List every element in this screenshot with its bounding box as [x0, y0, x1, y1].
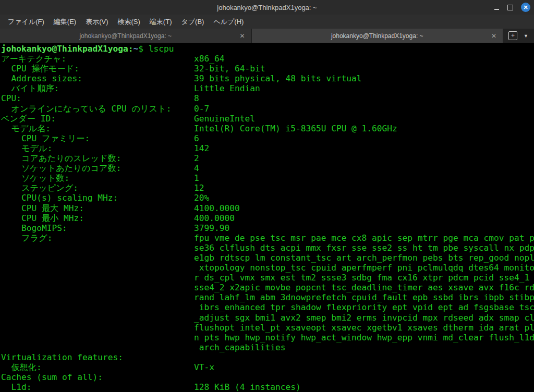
prompt-line: johokankyo@ThinkpadX1yoga:~$ lscpu: [1, 44, 534, 54]
flag-continuation: e1gb rdtscp lm constant_tsc art arch_per…: [194, 253, 534, 263]
menu-item-2[interactable]: 表示(V): [81, 15, 113, 29]
flag-continuation: n pts hwp hwp_notify hwp_act_window hwp_…: [194, 333, 534, 342]
window-title: johokankyo@ThinkpadX1yoga: ~: [0, 4, 534, 11]
line-value: 39 bits physical, 48 bits virtual: [194, 74, 362, 83]
close-button[interactable]: ✕: [521, 3, 530, 12]
terminal-line: se36 clflush dts acpi mmx fxsr sse sse2 …: [1, 243, 534, 253]
flag-continuation: flushopt intel_pt xsaveopt xsavec xgetbv…: [194, 323, 534, 333]
terminal-line: モデル:142: [1, 143, 534, 153]
maximize-button[interactable]: [507, 5, 513, 10]
terminal-line: CPU 操作モード:32-bit, 64-bit: [1, 64, 534, 74]
menu-item-0[interactable]: ファイル(F): [3, 15, 49, 29]
line-label: Address sizes:: [11, 74, 82, 83]
tab-2-label: johokankyo@ThinkpadX1yoga: ~: [252, 32, 503, 40]
line-label: コアあたりのスレッド数:: [21, 153, 122, 163]
menu-item-1[interactable]: 編集(E): [49, 15, 81, 29]
flag-continuation: se36 clflush dts acpi mmx fxsr sse sse2 …: [194, 243, 534, 253]
tab-actions: + ▼: [503, 29, 534, 43]
line-label: アーキテクチャ:: [1, 54, 66, 64]
line-label: 仮想化:: [11, 362, 41, 372]
tab-bar: johokankyo@ThinkpadX1yoga: ~ ✕ johokanky…: [0, 29, 534, 43]
line-label: CPU(s) scaling MHz:: [21, 193, 118, 203]
tab-list-dropdown-icon[interactable]: ▼: [524, 33, 528, 39]
terminal-line: CPU 最大 MHz:4100.0000: [1, 203, 534, 213]
tab-2[interactable]: johokankyo@ThinkpadX1yoga: ~ ✕: [251, 29, 503, 43]
line-value: 400.0000: [194, 213, 235, 223]
tab-1[interactable]: johokankyo@ThinkpadX1yoga: ~ ✕: [0, 29, 251, 43]
flag-continuation: arch_capabilities: [194, 342, 285, 352]
line-value: fpu vme de pse tsc msr pae mce cx8 apic …: [194, 233, 534, 243]
line-label: ステッピング:: [21, 183, 78, 193]
line-label: モデル:: [21, 143, 52, 153]
menubar: ファイル(F)編集(E)表示(V)検索(S)端末(T)タブ(B)ヘルプ(H): [0, 15, 534, 29]
terminal-line: L1d:128 KiB (4 instances): [1, 382, 534, 392]
menu-item-4[interactable]: 端末(T): [145, 15, 177, 29]
line-value: x86_64: [194, 54, 224, 64]
line-value: 4100.0000: [194, 203, 240, 213]
line-label: モデル名:: [11, 124, 51, 133]
line-label: L1d:: [11, 382, 31, 392]
line-value: 2: [194, 153, 199, 163]
terminal-line: ベンダー ID:GenuineIntel: [1, 114, 534, 124]
line-label: バイト順序:: [11, 83, 59, 93]
line-value: 20%: [194, 193, 209, 203]
terminal-line: CPU ファミリー:6: [1, 133, 534, 143]
terminal-line: 仮想化:VT-x: [1, 362, 534, 372]
line-label: Virtualization features:: [1, 352, 123, 362]
line-value: 142: [194, 143, 209, 153]
terminal-line: _adjust sgx bmi1 avx2 smep bmi2 erms inv…: [1, 313, 534, 323]
terminal-line: rand lahf_lm abm 3dnowprefetch cpuid_fau…: [1, 292, 534, 302]
terminal[interactable]: johokankyo@ThinkpadX1yoga:~$ lscpuアーキテクチ…: [0, 43, 534, 392]
terminal-line: バイト順序:Little Endian: [1, 83, 534, 93]
flag-continuation: sse4_2 x2apic movbe popcnt tsc_deadline_…: [194, 283, 534, 292]
terminal-line: ステッピング:12: [1, 183, 534, 193]
line-label: CPU:: [1, 93, 21, 103]
line-value: 0-7: [194, 104, 209, 114]
terminal-line: ibrs_enhanced tpr_shadow flexpriority ep…: [1, 302, 534, 312]
tab-1-close-icon[interactable]: ✕: [239, 29, 245, 43]
terminal-line: BogoMIPS:3799.90: [1, 223, 534, 233]
line-label: CPU 最小 MHz:: [21, 213, 84, 223]
terminal-line: sse4_2 x2apic movbe popcnt tsc_deadline_…: [1, 283, 534, 292]
line-value: Intel(R) Core(TM) i5-8365U CPU @ 1.60GHz: [194, 124, 397, 133]
terminal-line: xtopology nonstop_tsc cpuid aperfmperf p…: [1, 263, 534, 273]
line-value: Little Endian: [194, 83, 260, 93]
menu-item-6[interactable]: ヘルプ(H): [209, 15, 248, 29]
terminal-line: CPU(s) scaling MHz:20%: [1, 193, 534, 203]
line-label: オンラインになっている CPU のリスト:: [11, 104, 171, 114]
flag-continuation: rand lahf_lm abm 3dnowprefetch cpuid_fau…: [194, 292, 534, 302]
line-label: CPU 最大 MHz:: [21, 203, 84, 213]
line-value: 4: [194, 163, 199, 173]
line-value: 1: [194, 173, 199, 183]
line-label: ベンダー ID:: [1, 114, 56, 124]
flag-continuation: r ds_cpl vmx smx est tm2 ssse3 sdbg fma …: [194, 273, 529, 283]
terminal-line: Caches (sum of all):: [1, 372, 534, 382]
terminal-line: Virtualization features:: [1, 352, 534, 362]
menu-item-3[interactable]: 検索(S): [113, 15, 145, 29]
line-value: 32-bit, 64-bit: [194, 64, 265, 74]
terminal-line: アーキテクチャ:x86_64: [1, 54, 534, 64]
line-value: 128 KiB (4 instances): [194, 382, 301, 392]
terminal-line: モデル名:Intel(R) Core(TM) i5-8365U CPU @ 1.…: [1, 124, 534, 133]
terminal-line: flushopt intel_pt xsaveopt xsavec xgetbv…: [1, 323, 534, 333]
tab-2-close-icon[interactable]: ✕: [491, 29, 496, 43]
line-value: 6: [194, 133, 199, 143]
terminal-line: CPU:8: [1, 93, 534, 103]
terminal-line: e1gb rdtscp lm constant_tsc art arch_per…: [1, 253, 534, 263]
menu-item-5[interactable]: タブ(B): [176, 15, 209, 29]
tab-1-label: johokankyo@ThinkpadX1yoga: ~: [0, 32, 251, 40]
line-label: Caches (sum of all):: [1, 372, 103, 382]
terminal-line: フラグ:fpu vme de pse tsc msr pae mce cx8 a…: [1, 233, 534, 243]
terminal-line: Address sizes:39 bits physical, 48 bits …: [1, 74, 534, 83]
line-value: 12: [194, 183, 204, 193]
terminal-line: arch_capabilities: [1, 342, 534, 352]
terminal-window: johokankyo@ThinkpadX1yoga: ~ ✕ ファイル(F)編集…: [0, 0, 534, 392]
window-controls: ✕: [493, 0, 530, 15]
line-label: BogoMIPS:: [21, 223, 67, 233]
new-tab-icon[interactable]: +: [508, 31, 517, 40]
flag-continuation: _adjust sgx bmi1 avx2 smep bmi2 erms inv…: [194, 313, 534, 323]
terminal-line: n pts hwp hwp_notify hwp_act_window hwp_…: [1, 333, 534, 342]
minimize-button[interactable]: [493, 0, 500, 15]
titlebar[interactable]: johokankyo@ThinkpadX1yoga: ~ ✕: [0, 0, 534, 15]
terminal-line: ソケットあたりのコア数:4: [1, 163, 534, 173]
